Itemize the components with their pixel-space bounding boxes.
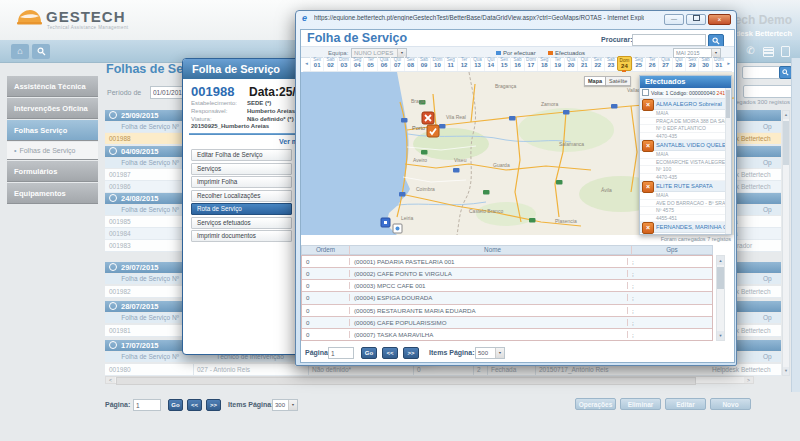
calendar-icon[interactable] [763,47,774,57]
route-summary[interactable]: Volta: 1 Código: 000000040 241 gps [640,88,731,99]
done-stop-marker-icon[interactable] [427,125,439,137]
global-search-button[interactable] [32,44,50,59]
calendar-day[interactable]: Sab30 [698,56,711,71]
calendar-day[interactable]: Qui14 [484,56,497,71]
calendar-day[interactable]: Ter19 [550,56,563,71]
items-per-page-select[interactable]: 300▼ [272,399,298,411]
next-page-button[interactable]: >> [206,399,221,411]
sidebar-item-intervencoes[interactable]: Intervenções Oficina [7,98,98,119]
calendar-day[interactable]: Qua13 [470,56,483,71]
scrollbar-thumb[interactable] [726,90,730,118]
items-per-page-select[interactable]: 500▼ [475,347,505,359]
scroll-left-icon[interactable]: < [106,377,115,383]
prev-page-button[interactable]: << [382,347,398,359]
novo-button[interactable]: Novo [710,398,751,410]
page-scrollbar[interactable] [791,58,800,392]
scroll-up-icon[interactable]: ▲ [717,256,724,265]
maximize-button[interactable] [686,14,706,25]
menu-imprimir-folha[interactable]: Imprimir Folha [191,176,292,188]
south-marker-2-icon[interactable] [393,224,402,233]
menu-servicos[interactable]: Serviços [191,163,292,175]
calendar-day[interactable]: Sab09 [417,56,430,71]
sidebar-item-assistencia[interactable]: Assistência Técnica [7,76,98,97]
calendar-day[interactable]: Ter26 [645,56,658,71]
calendar-day-selected[interactable]: Dom24 [617,56,631,71]
calendar-day[interactable]: Qua06 [377,56,390,71]
scroll-down-icon[interactable]: ▼ [783,367,789,375]
calendar-day[interactable]: Sex08 [404,56,417,71]
calendar-day[interactable]: Sex29 [685,56,698,71]
map-type-mapa-button[interactable]: Mapa [584,76,606,86]
go-button[interactable]: Go [361,347,377,359]
sidebar-item-formularios[interactable]: Formulários [7,161,98,182]
calendar-prev-icon[interactable]: ◄ [303,56,310,71]
go-button[interactable]: Go [168,399,183,411]
calendar-day[interactable]: Qua20 [564,56,577,71]
home-button[interactable]: ⌂ [11,44,29,59]
sidebar-item-equipamentos[interactable]: Equipamentos [7,183,98,204]
table-row[interactable]: 0(00002) CAFE PONTO E VIRGULA; [302,268,712,280]
table-row[interactable]: 0(00004) ESPIGA DOURADA; [302,292,712,304]
table-scrollbar[interactable]: ▲ ▼ [716,255,725,341]
calendar-day[interactable]: Sex22 [591,56,604,71]
next-page-button[interactable]: >> [403,347,419,359]
window-title[interactable]: https://equione.bettertech.pt/engineGest… [314,14,644,21]
scrollbar-thumb[interactable] [783,121,789,165]
phone-icon[interactable]: ✆ [744,44,757,57]
menu-editar-folha[interactable]: Editar Folha de Serviço [191,149,292,161]
calendar-day[interactable]: Sab23 [604,56,617,71]
pending-stop-marker-icon[interactable] [422,112,434,124]
logout-icon[interactable] [781,46,790,57]
minimize-button[interactable]: — [664,14,684,25]
calendar-day[interactable]: Sab16 [510,56,523,71]
calendar-day[interactable]: Dom03 [337,56,350,71]
menu-recolher-localizacoes[interactable]: Recolher Localizações [191,190,292,202]
eliminar-button[interactable]: Eliminar [620,398,661,410]
scroll-up-icon[interactable]: ▲ [783,111,789,119]
operacoes-button[interactable]: Operações [575,398,616,410]
sidebar-item-folhas-servico[interactable]: Folhas Serviço [7,120,98,141]
page-number-input[interactable] [133,399,161,411]
editar-button[interactable]: Editar [665,398,706,410]
map-type-satelite-button[interactable]: Satélite [606,76,631,86]
checkbox[interactable] [642,89,649,96]
scroll-right-icon[interactable]: > [744,377,753,383]
vertical-scrollbar[interactable]: ▲ ▼ [782,110,790,376]
panel-scrollbar[interactable] [725,88,731,234]
calendar-day[interactable]: Seg25 [632,56,645,71]
calendar-day[interactable]: Dom10 [430,56,443,71]
calendar-day[interactable]: Seg11 [444,56,457,71]
scroll-down-icon[interactable]: ▼ [717,331,724,340]
calendar-day[interactable]: Qui21 [577,56,590,71]
menu-rota-de-servico[interactable]: Rota de Serviço [191,203,292,215]
calendar-day[interactable]: Ter12 [457,56,470,71]
table-row[interactable]: 0(00001) PADARIA PASTELARIA 001; [302,256,712,268]
table-row[interactable]: 0(00003) MPCC CAFE 001; [302,280,712,292]
prev-page-button[interactable]: << [187,399,202,411]
calendar-day[interactable]: Seg04 [350,56,363,71]
calendar-day[interactable]: Qui28 [672,56,685,71]
calendar-day[interactable]: Sex01 [310,56,323,71]
grid-filter-input[interactable] [743,85,794,98]
calendar-day[interactable]: Ter05 [363,56,376,71]
calendar-day[interactable]: Qui07 [390,56,403,71]
table-row[interactable]: 0(00005) RESTAURANTE MARIA EDUARDA; [302,305,712,317]
menu-servicos-efetuados[interactable]: Serviços efetuados [191,217,292,229]
table-row[interactable]: 0(00006) CAFE POPULARISSIMO; [302,317,712,329]
page-number-input[interactable] [328,347,354,359]
procurar-input[interactable] [632,34,706,46]
calendar-day[interactable]: Sab02 [323,56,336,71]
south-marker-icon[interactable] [381,218,390,227]
calendar-next-icon[interactable]: ► [725,56,732,71]
calendar-day[interactable]: Seg18 [537,56,550,71]
horizontal-scrollbar[interactable]: < > [105,376,754,384]
calendar-day[interactable]: Qua27 [658,56,671,71]
quick-search-input[interactable] [742,66,782,79]
close-button[interactable]: × [708,14,731,25]
menu-imprimir-documentos[interactable]: Imprimir documentos [191,230,292,242]
scrollbar-thumb[interactable] [717,267,724,289]
calendar-day[interactable]: Dom17 [524,56,537,71]
calendar-day[interactable]: Sex15 [497,56,510,71]
calendar-day[interactable]: Dom31 [712,56,725,71]
scrollbar-thumb[interactable] [116,377,696,385]
